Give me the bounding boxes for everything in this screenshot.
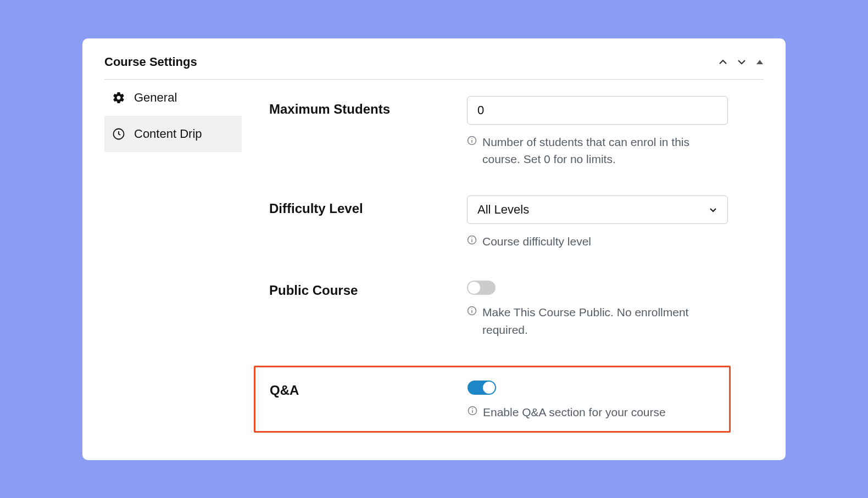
qa-label: Q&A — [270, 377, 468, 398]
difficulty-control: All Levels Course difficulty level — [467, 195, 747, 250]
collapse-icon[interactable] — [756, 58, 764, 66]
sidebar-item-content-drip[interactable]: Content Drip — [104, 116, 242, 152]
qa-highlight: Q&A Enable Q&A section for your course — [254, 366, 731, 433]
max-students-control: Number of students that can enrol in thi… — [467, 96, 747, 168]
difficulty-help: Course difficulty level — [467, 233, 728, 250]
toggle-knob — [468, 282, 480, 294]
difficulty-label: Difficulty Level — [269, 195, 467, 216]
svg-point-9 — [471, 309, 472, 310]
qa-help: Enable Q&A section for your course — [468, 404, 728, 421]
settings-sidebar: General Content Drip — [104, 80, 242, 433]
public-course-control: Make This Course Public. No enrollment r… — [467, 277, 747, 338]
info-icon — [467, 136, 477, 146]
sidebar-item-label: General — [134, 91, 177, 105]
max-students-row: Maximum Students Number of students that… — [269, 96, 747, 168]
qa-control: Enable Q&A section for your course — [468, 377, 729, 421]
info-icon — [468, 406, 477, 416]
panel-title: Course Settings — [104, 55, 197, 69]
move-down-icon[interactable] — [737, 58, 746, 66]
toggle-knob — [483, 382, 495, 394]
svg-point-3 — [471, 138, 472, 139]
info-icon — [467, 235, 477, 245]
info-icon — [467, 306, 477, 316]
panel-header: Course Settings — [104, 55, 764, 80]
qa-toggle[interactable] — [468, 381, 496, 395]
svg-point-6 — [471, 237, 472, 238]
course-settings-panel: Course Settings General Content Drip Max… — [82, 38, 786, 460]
public-course-label: Public Course — [269, 277, 467, 298]
public-course-toggle[interactable] — [467, 281, 496, 295]
gear-icon — [112, 91, 125, 104]
panel-body: General Content Drip Maximum Students Nu… — [104, 80, 764, 433]
sidebar-item-general[interactable]: General — [104, 80, 242, 116]
settings-content: Maximum Students Number of students that… — [242, 80, 764, 433]
max-students-help: Number of students that can enrol in thi… — [467, 133, 728, 168]
svg-point-12 — [472, 409, 473, 410]
qa-row: Q&A Enable Q&A section for your course — [270, 377, 729, 421]
difficulty-select[interactable]: All Levels — [467, 195, 728, 224]
public-course-row: Public Course Make This Course Public. N… — [269, 277, 747, 338]
move-up-icon[interactable] — [719, 58, 727, 66]
difficulty-row: Difficulty Level All Levels Course diffi… — [269, 195, 747, 250]
max-students-input[interactable] — [467, 96, 728, 125]
sidebar-item-label: Content Drip — [134, 127, 202, 141]
public-course-help: Make This Course Public. No enrollment r… — [467, 304, 728, 338]
max-students-label: Maximum Students — [269, 96, 467, 117]
clock-icon — [112, 127, 125, 141]
header-actions — [719, 58, 764, 66]
